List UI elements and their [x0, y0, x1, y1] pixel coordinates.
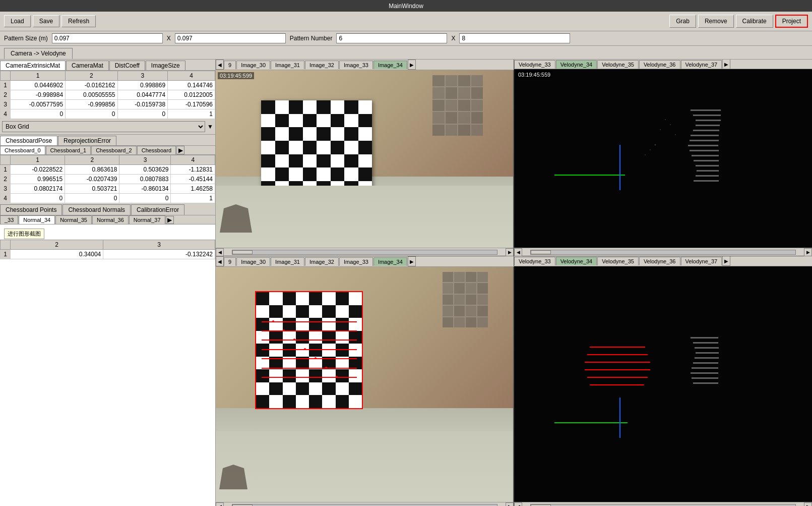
tab-velodyne-33-top[interactable]: Velodyne_33: [514, 60, 555, 69]
pattern-size-input1[interactable]: [52, 33, 163, 43]
pattern-size-input2[interactable]: [175, 33, 286, 43]
calibrate-button[interactable]: Calibrate: [736, 15, 773, 28]
scroll-left-btn-bottom[interactable]: ◀: [216, 502, 224, 507]
tab-normal-37[interactable]: Normal_37: [129, 215, 165, 224]
pattern-number-input1[interactable]: [336, 33, 447, 43]
tab-image-30-top[interactable]: Image_30: [236, 61, 270, 69]
tab-velodyne-36-top[interactable]: Velodyne_36: [639, 60, 680, 69]
scrollbar-track-bottom[interactable]: [232, 504, 497, 507]
matrix-tab-bar: CameraExtrinsicMat CameraMat DistCoeff I…: [0, 60, 215, 71]
tab-calibration-error[interactable]: CalibrationError: [131, 204, 184, 215]
tab-normal-33[interactable]: _33: [0, 215, 18, 224]
tab-image-33-top[interactable]: Image_33: [339, 61, 373, 69]
tab-chessboard-0[interactable]: Chessboard_0: [0, 146, 45, 154]
svg-rect-16: [694, 180, 719, 182]
velodyne-scroll-right-bottom[interactable]: ▶: [722, 256, 730, 266]
project-button[interactable]: Project: [775, 15, 808, 28]
scroll-right-btn-top[interactable]: ▶: [506, 248, 514, 256]
svg-rect-40: [692, 377, 718, 379]
camera-view-bottom: [216, 267, 514, 502]
velodyne-scroll-right-top[interactable]: ▶: [722, 60, 730, 69]
vel-scrollbar-track-top[interactable]: [530, 250, 796, 255]
tab-dist-coeff[interactable]: DistCoeff: [109, 61, 145, 70]
save-button[interactable]: Save: [33, 15, 59, 27]
image-scroll-right-bottom[interactable]: ▶: [408, 256, 416, 266]
pattern-number-input2[interactable]: [459, 33, 570, 43]
grab-button[interactable]: Grab: [669, 15, 696, 28]
tab-velodyne-33-bottom[interactable]: Velodyne_33: [514, 257, 555, 265]
vel-scrollbar-track-bottom[interactable]: [530, 504, 796, 507]
scroll-right-btn-bottom[interactable]: ▶: [506, 502, 514, 507]
box-grid-select[interactable]: Box Grid: [2, 121, 205, 132]
svg-rect-15: [696, 175, 719, 177]
vel-scrollbar-thumb-bottom[interactable]: [531, 504, 551, 507]
tab-chessboard-3[interactable]: Chessboard: [137, 146, 176, 154]
vel-scroll-left-btn-bottom[interactable]: ◀: [514, 502, 522, 507]
load-button[interactable]: Load: [4, 15, 31, 27]
velodyne-tabs-bottom: Velodyne_33 Velodyne_34 Velodyne_35 Velo…: [514, 256, 812, 266]
tab-image-30-bottom[interactable]: Image_30: [236, 257, 270, 266]
tab-image-32-top[interactable]: Image_32: [305, 61, 339, 69]
tab-image-31-top[interactable]: Image_31: [271, 61, 304, 69]
scroll-left-btn-top[interactable]: ◀: [216, 248, 224, 256]
matrix-cell: -0.998984: [11, 90, 66, 100]
tab-image-9-bottom[interactable]: 9: [224, 257, 236, 266]
image-scroll-right-top[interactable]: ▶: [408, 60, 416, 70]
matrix-col-4: 4: [168, 71, 215, 81]
image-scroll-left-bottom[interactable]: ◀: [216, 256, 224, 266]
camera-view-top: 03:19:45:599: [216, 70, 514, 248]
row-index: 3: [1, 184, 11, 194]
svg-rect-9: [688, 145, 718, 146]
tab-image-34-bottom[interactable]: Image_34: [373, 257, 407, 266]
tab-camera-mat[interactable]: CameraMat: [66, 61, 109, 70]
tab-velodyne-35-bottom[interactable]: Velodyne_35: [597, 257, 639, 265]
table-row: 30.08021740.503721-0.8601341.46258: [1, 184, 215, 194]
tab-image-34-top[interactable]: Image_34: [373, 61, 407, 69]
tab-image-33-bottom[interactable]: Image_33: [339, 257, 373, 266]
chessboard-tabs-scroll[interactable]: ▶: [176, 146, 184, 154]
table-row: 40001: [1, 194, 215, 203]
tab-camera-extrinsic[interactable]: CameraExtrinsicMat: [0, 61, 66, 70]
lidar-svg-top: [514, 69, 812, 248]
vel-scrollbar-thumb-top[interactable]: [531, 250, 551, 254]
vel-scroll-right-btn-bottom[interactable]: ▶: [804, 502, 812, 507]
tab-velodyne-36-bottom[interactable]: Velodyne_36: [639, 257, 680, 265]
tab-velodyne-37-top[interactable]: Velodyne_37: [681, 60, 722, 69]
vel-scroll-left-btn-top[interactable]: ◀: [514, 248, 522, 256]
matrix-cell: 0.0122005: [168, 90, 215, 100]
tab-chessboard-2[interactable]: Chessboard_2: [91, 146, 137, 154]
tab-chessboard-normals[interactable]: Chessboard Normals: [63, 204, 131, 215]
tab-velodyne-34-top[interactable]: Velodyne_34: [556, 60, 597, 69]
camera-velodyne-tab[interactable]: Camera -> Velodyne: [4, 48, 73, 59]
tab-image-size[interactable]: ImageSize: [146, 61, 185, 70]
image-scroll-left-top[interactable]: ◀: [216, 60, 224, 70]
tab-image-9-top[interactable]: 9: [224, 61, 236, 69]
normal-val-2: 0.34004: [11, 250, 103, 259]
tab-velodyne-34-bottom[interactable]: Velodyne_34: [556, 257, 597, 265]
tab-chessboard-points[interactable]: Chessboard Points: [0, 204, 62, 215]
scrollbar-thumb-bottom[interactable]: [232, 504, 253, 507]
row-index: 4: [1, 109, 11, 119]
pose-col-1: 1: [11, 155, 65, 165]
tab-image-32-bottom[interactable]: Image_32: [305, 257, 339, 266]
svg-rect-12: [694, 160, 719, 161]
tab-reprojection-error[interactable]: ReprojectionError: [58, 136, 116, 145]
tab-chessboard-1[interactable]: Chessboard_1: [46, 146, 91, 154]
tab-normal-36[interactable]: Normal_36: [92, 215, 129, 224]
normal-tabs-scroll[interactable]: ▶: [166, 216, 174, 224]
row-index: 4: [1, 194, 11, 203]
vel-scroll-right-btn-top[interactable]: ▶: [804, 248, 812, 256]
tab-normal-35[interactable]: Normal_35: [55, 215, 92, 224]
window-title: MainWindow: [389, 3, 423, 10]
tab-normal-34[interactable]: Normal_34: [19, 215, 55, 224]
remove-button[interactable]: Remove: [698, 15, 734, 28]
scrollbar-track-top[interactable]: [232, 250, 497, 255]
tab-chessboard-pose[interactable]: ChessboardPose: [0, 136, 57, 145]
refresh-button[interactable]: Refresh: [61, 15, 96, 27]
svg-rect-10: [690, 150, 719, 151]
tab-velodyne-37-bottom[interactable]: Velodyne_37: [681, 257, 722, 265]
tab-velodyne-35-top[interactable]: Velodyne_35: [597, 60, 639, 69]
tab-image-31-bottom[interactable]: Image_31: [271, 257, 304, 266]
scrollbar-thumb-top[interactable]: [232, 250, 253, 254]
pose-cell: 0.0802174: [11, 184, 65, 194]
